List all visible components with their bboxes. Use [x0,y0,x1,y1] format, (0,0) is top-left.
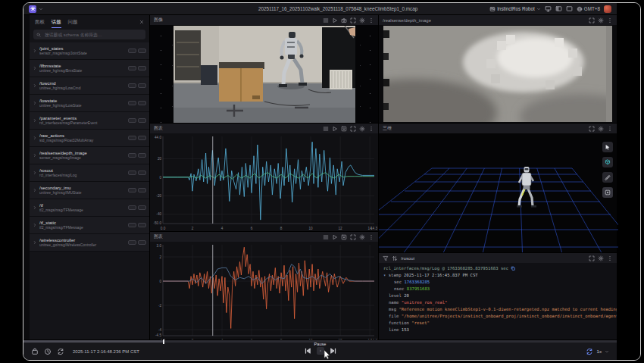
kebab-icon[interactable] [368,234,374,240]
download-icon[interactable] [341,234,347,240]
chevron-right-icon[interactable] [33,101,37,105]
expand-icon[interactable] [350,126,356,132]
kebab-icon[interactable] [607,255,613,261]
chevron-right-icon[interactable] [33,49,37,53]
viz-toggle[interactable] [128,83,136,89]
workspace-selector[interactable]: InstinctRos Robot [489,6,541,12]
gear-icon[interactable] [598,255,604,261]
gear-icon[interactable] [359,126,365,132]
gear-icon[interactable] [359,234,365,240]
viz-toggle[interactable] [138,49,146,54]
viz-toggle[interactable] [138,66,146,71]
sort-icon[interactable] [392,255,398,261]
seek-playhead[interactable] [163,340,164,344]
timezone-selector[interactable]: GMT+8 [577,6,600,12]
topic-row[interactable]: /parameter_eventsrcl_interfaces/msg/Para… [30,112,149,130]
viz-toggle[interactable] [138,136,146,141]
kebab-icon[interactable] [368,17,374,23]
topic-row[interactable]: /tf_statictf2_msgs/msg/TFMessage [30,217,149,234]
menu-icon[interactable] [323,234,329,240]
chevron-right-icon[interactable] [33,205,37,210]
topic-row[interactable]: /realsense/depth_imagesensor_msgs/msg/Im… [30,147,149,164]
menu-icon[interactable] [323,17,329,23]
chevron-right-icon[interactable] [33,223,37,227]
kebab-icon[interactable] [607,126,613,132]
topic-search[interactable] [33,30,145,39]
expand-icon[interactable] [350,17,356,23]
plot-chart-2[interactable]: 20-2-43.0-4.524681012140.014.3 [150,242,378,343]
topic-row[interactable]: /raw_actionsstd_msgs/msg/Float32MultiArr… [30,130,149,147]
copy-icon[interactable] [511,266,516,271]
viz-toggle[interactable] [128,188,136,193]
chevron-right-icon[interactable] [33,188,37,192]
search-input[interactable] [43,32,142,38]
viz-toggle[interactable] [138,223,146,228]
chevron-right-icon[interactable] [33,240,37,245]
plot-chart-1[interactable]: 200-20-4044.0-50.024681012140.014.3 [150,133,378,231]
menu-icon[interactable] [323,126,329,132]
play-icon[interactable] [332,234,338,240]
pause-button[interactable] [317,347,324,355]
chevron-right-icon[interactable] [33,136,37,140]
gear-icon[interactable] [598,126,604,132]
expand-icon[interactable] [589,17,595,23]
viz-toggle[interactable] [138,153,146,158]
chevron-right-icon[interactable] [33,153,37,158]
download-icon[interactable] [341,126,347,132]
topic-row[interactable]: /joint_statessensor_msgs/msg/JointState [30,42,149,60]
viz-toggle[interactable] [138,83,146,89]
viz-toggle[interactable] [128,240,136,246]
ruler-icon[interactable] [602,172,613,183]
topic-row[interactable]: /wirelesscontrollerunitree_go/msg/Wirele… [30,234,149,252]
target-icon[interactable] [602,187,613,198]
viz-toggle[interactable] [138,205,146,211]
close-icon[interactable] [139,20,144,24]
speed-chevron-icon[interactable] [605,349,609,354]
pointer-icon[interactable] [602,142,613,152]
tab-problems[interactable]: 问题 [68,16,78,28]
repeat-icon[interactable] [57,348,64,355]
viz-toggle[interactable] [128,136,136,141]
tab-topics[interactable]: 话题 [52,16,61,28]
viz-toggle[interactable] [128,66,136,71]
kebab-icon[interactable] [368,126,374,132]
playback-speed[interactable]: 1x [596,349,602,354]
viz-toggle[interactable] [128,118,136,124]
topic-row[interactable]: /secondary_imuunitree_hg/msg/IMUState [30,182,149,199]
viz-toggle[interactable] [138,240,146,246]
viz-toggle[interactable] [128,153,136,158]
clock-icon[interactable] [44,348,52,355]
funnel-icon[interactable] [383,255,389,261]
clip-icon[interactable] [31,348,39,355]
app-logo[interactable] [29,5,36,13]
camera-icon[interactable] [341,17,347,23]
viz-toggle[interactable] [138,118,146,124]
log-body[interactable]: rcl_interfaces/msg/Log @ 1763368285.8379… [379,263,617,340]
gear-icon[interactable] [598,17,604,23]
log-stamp-line[interactable]: ▾ stamp 2025-11-17 2:16:45.837 PM CST [383,272,612,279]
layout-split-icon[interactable] [555,5,562,12]
chevron-right-icon[interactable] [33,66,37,70]
loop-icon[interactable] [586,348,593,355]
skip-backward-button[interactable] [304,347,311,355]
chevron-right-icon[interactable] [33,83,37,88]
expand-icon[interactable] [589,255,595,261]
expand-icon[interactable] [589,126,595,132]
kebab-icon[interactable] [607,17,613,23]
avatar[interactable] [604,5,611,13]
topic-row[interactable]: /lowcmdunitree_hg/msg/LowCmd [30,77,149,95]
topic-row[interactable]: /lfbmsstateunitree_hg/msg/BmsState [30,60,149,77]
viz-toggle[interactable] [138,171,146,176]
cube-icon[interactable] [602,157,613,167]
chevron-right-icon[interactable] [33,118,37,123]
topic-row[interactable]: /rosoutrcl_interfaces/msg/Log [30,164,149,182]
expand-icon[interactable] [350,234,356,240]
tab-panels[interactable]: 面板 [35,16,45,28]
play-icon[interactable] [332,126,338,132]
topic-row[interactable]: /lowstateunitree_hg/msg/LowState [30,95,149,112]
chevron-right-icon[interactable] [33,171,37,175]
play-icon[interactable] [332,17,338,23]
viz-toggle[interactable] [128,101,136,106]
viz-toggle[interactable] [128,171,136,176]
viz-toggle[interactable] [128,205,136,211]
